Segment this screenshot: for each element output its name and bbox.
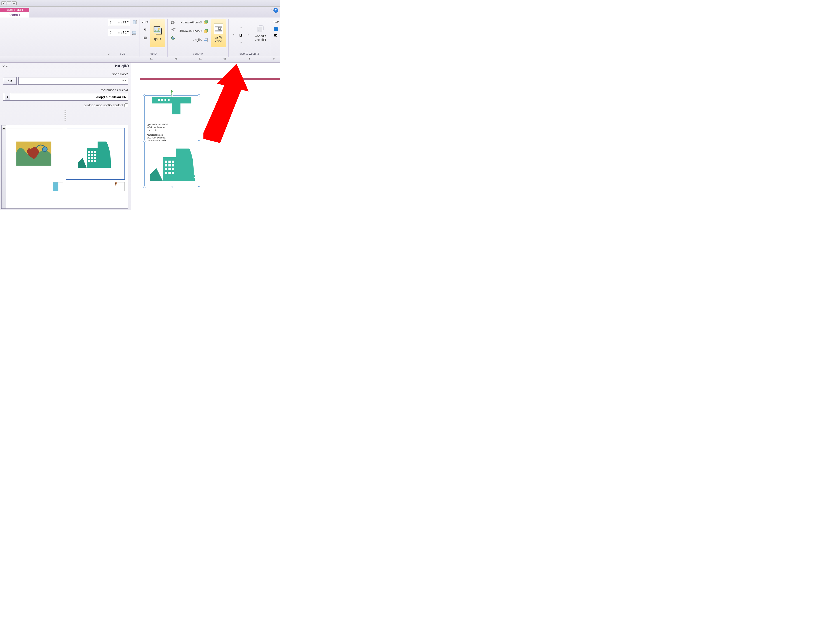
arrow-up-icon: ↑ [240,26,242,30]
ribbon-group-label: Crop [142,51,165,56]
spin-down-icon[interactable]: ▼ [109,22,112,24]
height-value: 7.19 cm [118,21,129,24]
ribbon-group-arrange: Wrap Text Bring Forward Send Backward Al… [167,19,228,57]
include-office-checkbox[interactable]: Include Office.com content [3,103,128,107]
window-close-button[interactable]: ✕ [1,1,6,5]
svg-point-65 [43,147,47,152]
clip-art-item[interactable] [115,182,125,191]
svg-point-27 [171,31,172,32]
group-button[interactable] [170,19,176,25]
shadow-effects-icon [256,24,265,33]
rotate-icon [171,35,175,40]
spin-down-icon[interactable]: ▼ [109,32,112,34]
align-button[interactable]: Align [178,36,210,43]
picture-recolor-button[interactable]: 🟦 [273,26,279,32]
svg-rect-53 [91,151,93,153]
svg-rect-48 [165,168,167,170]
crop-button[interactable]: Crop [150,19,165,47]
shadow-center-icon: ◧ [240,33,243,37]
shadow-nudge-down-button[interactable]: ↓ [238,39,244,45]
svg-rect-63 [88,160,90,162]
svg-rect-16 [205,38,207,39]
search-input[interactable] [18,77,128,85]
arrow-right-icon: → [232,33,236,37]
clip-art-item[interactable] [66,128,125,179]
window-titlebar: ─ ❐ ✕ [0,0,280,6]
document-canvas[interactable]: briefly, but effectively, or services. S… [131,63,280,210]
align-label: Align [193,38,202,41]
svg-rect-33 [133,31,136,33]
ribbon-collapse-icon[interactable]: ⌃ [270,9,272,12]
arrow-left-icon: ← [246,33,250,37]
crop-shape-button[interactable]: ✂▭ [142,19,148,25]
ribbon-tab-strip: ? ⌃ Picture Tools Format [0,6,280,17]
svg-rect-17 [204,40,207,41]
tab-format[interactable]: Format [0,12,29,17]
bring-forward-button[interactable]: Bring Forward [178,19,210,26]
chevron-down-icon: ▼ [5,93,10,100]
clip-icon [54,182,63,191]
dialog-launcher-icon[interactable]: ↘ [107,53,110,56]
svg-rect-50 [169,172,171,174]
picture-border-button[interactable]: ✎▭ [273,19,279,25]
window-restore-button[interactable]: ❐ [6,1,11,5]
picture-reset-button[interactable]: 🖼 [273,33,279,39]
ribbon-group-size: 7.19 cm▲▼ 7.04 cm▲▼ Size ↘ [106,19,140,57]
horizontal-ruler[interactable]: 6810121416 [0,57,280,63]
shadow-nudge-up-button[interactable]: ↑ [238,25,244,31]
scroll-up-button[interactable]: ▲ [2,126,6,130]
rotate-button[interactable] [170,35,176,41]
pencil-icon: ✎▭ [273,20,279,24]
svg-rect-62 [91,160,93,162]
svg-rect-38 [161,99,163,101]
ribbon-group-crop: Crop ✂▭ ⧉ ▦ Crop [140,19,167,57]
send-backward-label: Send Backward [178,29,202,33]
clip-art-item[interactable] [53,182,63,191]
svg-rect-46 [172,168,174,170]
width-value: 7.04 cm [118,31,129,34]
go-button[interactable]: Go [3,77,17,85]
svg-rect-31 [133,21,136,24]
window-minimize-button[interactable]: ─ [12,1,17,5]
svg-rect-45 [165,164,167,166]
taskpane-close-icon[interactable]: ✕ [2,65,5,68]
media-types-select[interactable]: All media file types ▼ [3,93,128,101]
selected-picture[interactable]: briefly, but effectively, or services. S… [144,95,199,187]
help-icon[interactable]: ? [273,8,278,13]
crop-fill-button[interactable]: ▦ [142,35,148,41]
clip-art-item[interactable] [5,128,63,179]
page-accent-bar [140,78,280,80]
context-tab-group-title: Picture Tools [0,8,29,12]
taskpane-menu-icon[interactable]: ▾ [6,65,8,68]
svg-rect-41 [169,161,171,163]
svg-rect-43 [172,164,174,166]
svg-rect-29 [154,27,161,33]
svg-rect-18 [173,20,175,22]
svg-rect-40 [172,161,174,163]
results-should-be-label: Results should be: [3,88,128,92]
shadow-nudge-right-button[interactable]: → [231,32,237,38]
wrap-text-button[interactable]: Wrap Text [211,19,226,47]
checkbox-input[interactable] [125,103,128,107]
rotate-handle[interactable] [171,90,173,93]
ribbon-group-shadow-effects: Shadow Effects ↑ ← ◧ → ↓ Shadow Effects [228,19,270,57]
taskpane-grip[interactable] [65,111,66,122]
shadow-nudge-left-button[interactable]: ← [245,32,251,38]
palette-icon: 🟦 [274,27,278,31]
svg-point-30 [158,28,160,30]
height-input[interactable]: 7.19 cm▲▼ [108,19,130,26]
crop-aspect-button[interactable]: ⧉ [142,27,148,33]
shadow-effects-button[interactable]: Shadow Effects [253,19,268,47]
ungroup-button[interactable] [170,27,176,33]
send-backward-button[interactable]: Send Backward [178,28,210,35]
picture-icon: 🖼 [274,34,278,38]
person-icon [115,182,125,191]
svg-rect-52 [94,151,96,153]
ribbon: ✎▭ 🟦 🖼 Shadow Effects ↑ ← ◧ → ↓ Shadow E… [0,17,280,57]
shadow-toggle-button[interactable]: ◧ [238,32,244,38]
svg-point-26 [172,29,173,30]
svg-point-25 [173,30,174,31]
clip-art-results: ▲ [1,125,128,209]
width-input[interactable]: 7.04 cm▲▼ [108,29,130,36]
svg-rect-37 [164,99,166,101]
